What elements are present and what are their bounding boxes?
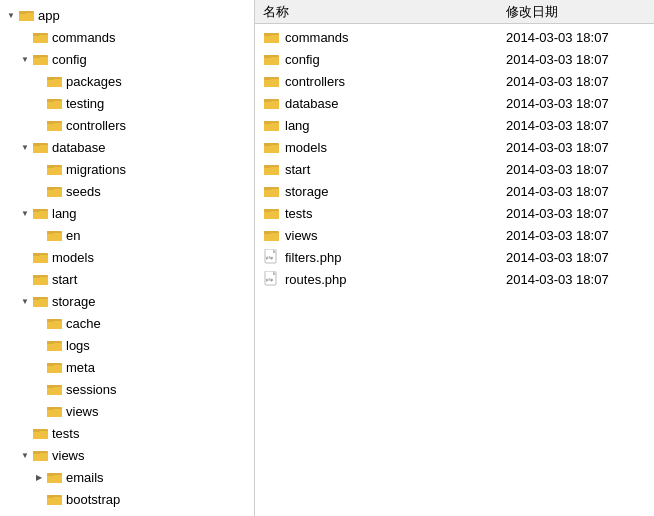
- file-row[interactable]: php filters.php2014-03-03 18:07: [255, 246, 654, 268]
- svg-rect-23: [47, 165, 54, 168]
- tree-view[interactable]: app commands config packages testing con…: [0, 0, 255, 516]
- folder-icon-storage: [32, 293, 50, 309]
- svg-rect-52: [47, 387, 62, 395]
- svg-rect-62: [33, 451, 40, 454]
- file-date: 2014-03-03 18:07: [506, 52, 646, 67]
- php-file-icon: php: [263, 271, 281, 287]
- tree-item-controllers[interactable]: controllers: [0, 114, 254, 136]
- tree-label-app: app: [38, 8, 60, 23]
- folder-icon-sessions: [46, 381, 64, 397]
- file-name: database: [285, 96, 506, 111]
- svg-rect-19: [33, 145, 48, 153]
- folder-icon-packages: [46, 73, 64, 89]
- tree-item-testing[interactable]: testing: [0, 92, 254, 114]
- svg-rect-1: [19, 13, 34, 21]
- svg-rect-64: [47, 475, 62, 483]
- file-name: views: [285, 228, 506, 243]
- folder-icon-cache: [46, 315, 64, 331]
- svg-rect-47: [47, 341, 54, 344]
- tree-item-lang[interactable]: lang: [0, 202, 254, 224]
- tree-item-bootstrap[interactable]: bootstrap: [0, 488, 254, 510]
- file-date: 2014-03-03 18:07: [506, 184, 646, 199]
- folder-icon-commands: [32, 29, 50, 45]
- tree-item-migrations[interactable]: migrations: [0, 158, 254, 180]
- svg-rect-79: [264, 57, 279, 65]
- tree-label-logs: logs: [66, 338, 90, 353]
- folder-icon-meta: [46, 359, 64, 375]
- svg-rect-37: [33, 277, 48, 285]
- folder-icon: [263, 205, 281, 221]
- file-date: 2014-03-03 18:07: [506, 250, 646, 265]
- file-name: config: [285, 52, 506, 67]
- file-row[interactable]: php routes.php2014-03-03 18:07: [255, 268, 654, 290]
- file-row[interactable]: start2014-03-03 18:07: [255, 158, 654, 180]
- svg-rect-26: [47, 187, 54, 190]
- tree-item-sessions[interactable]: sessions: [0, 378, 254, 400]
- file-row[interactable]: tests2014-03-03 18:07: [255, 202, 654, 224]
- toggle-lang[interactable]: [18, 206, 32, 220]
- file-date: 2014-03-03 18:07: [506, 118, 646, 133]
- svg-rect-32: [47, 231, 54, 234]
- file-row[interactable]: models2014-03-03 18:07: [255, 136, 654, 158]
- tree-item-seeds[interactable]: seeds: [0, 180, 254, 202]
- folder-icon: [263, 139, 281, 155]
- tree-label-database: database: [52, 140, 106, 155]
- tree-item-meta[interactable]: meta: [0, 356, 254, 378]
- tree-item-config[interactable]: config: [0, 48, 254, 70]
- file-date: 2014-03-03 18:07: [506, 30, 646, 45]
- tree-item-views2[interactable]: views: [0, 444, 254, 466]
- svg-rect-14: [47, 99, 54, 102]
- file-row[interactable]: controllers2014-03-03 18:07: [255, 70, 654, 92]
- tree-item-emails[interactable]: emails: [0, 466, 254, 488]
- file-row[interactable]: lang2014-03-03 18:07: [255, 114, 654, 136]
- file-name: commands: [285, 30, 506, 45]
- tree-item-views[interactable]: views: [0, 400, 254, 422]
- file-row[interactable]: commands2014-03-03 18:07: [255, 26, 654, 48]
- folder-icon-models: [32, 249, 50, 265]
- tree-label-config: config: [52, 52, 87, 67]
- tree-item-public[interactable]: public: [0, 510, 254, 516]
- tree-item-start[interactable]: start: [0, 268, 254, 290]
- tree-item-database[interactable]: database: [0, 136, 254, 158]
- tree-label-sessions: sessions: [66, 382, 117, 397]
- svg-rect-86: [264, 99, 271, 102]
- svg-rect-104: [264, 231, 271, 234]
- toggle-database[interactable]: [18, 140, 32, 154]
- file-row[interactable]: config2014-03-03 18:07: [255, 48, 654, 70]
- col-date-header: 修改日期: [506, 3, 646, 21]
- tree-item-storage[interactable]: storage: [0, 290, 254, 312]
- svg-rect-92: [264, 143, 271, 146]
- tree-item-app[interactable]: app: [0, 4, 254, 26]
- folder-icon: [263, 161, 281, 177]
- svg-rect-76: [264, 35, 279, 43]
- tree-label-cache: cache: [66, 316, 101, 331]
- svg-rect-22: [47, 167, 62, 175]
- tree-item-commands[interactable]: commands: [0, 26, 254, 48]
- svg-rect-35: [33, 253, 40, 256]
- tree-item-models[interactable]: models: [0, 246, 254, 268]
- folder-icon-views: [46, 403, 64, 419]
- toggle-config[interactable]: [18, 52, 32, 66]
- file-row[interactable]: database2014-03-03 18:07: [255, 92, 654, 114]
- tree-item-tests[interactable]: tests: [0, 422, 254, 444]
- tree-item-packages[interactable]: packages: [0, 70, 254, 92]
- tree-item-cache[interactable]: cache: [0, 312, 254, 334]
- svg-rect-67: [47, 497, 62, 505]
- file-row[interactable]: views2014-03-03 18:07: [255, 224, 654, 246]
- svg-rect-100: [264, 211, 279, 219]
- svg-rect-49: [47, 365, 62, 373]
- file-row[interactable]: storage2014-03-03 18:07: [255, 180, 654, 202]
- toggle-views2[interactable]: [18, 448, 32, 462]
- folder-icon: [263, 51, 281, 67]
- svg-rect-55: [47, 409, 62, 417]
- tree-item-logs[interactable]: logs: [0, 334, 254, 356]
- tree-item-en[interactable]: en: [0, 224, 254, 246]
- toggle-emails[interactable]: [32, 470, 46, 484]
- file-date: 2014-03-03 18:07: [506, 74, 646, 89]
- file-date: 2014-03-03 18:07: [506, 140, 646, 155]
- toggle-storage[interactable]: [18, 294, 32, 308]
- svg-rect-65: [47, 473, 54, 476]
- tree-label-emails: emails: [66, 470, 104, 485]
- toggle-app[interactable]: [4, 8, 18, 22]
- svg-rect-28: [33, 211, 48, 219]
